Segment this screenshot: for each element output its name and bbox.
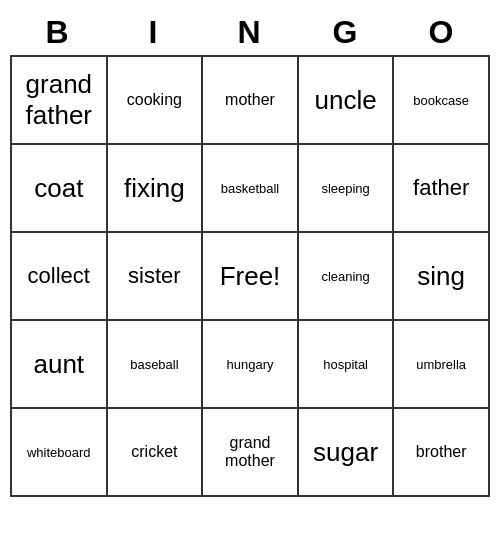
cell-r0-c1: cooking <box>108 57 204 145</box>
cell-r1-c2: basketball <box>203 145 299 233</box>
cell-r3-c1: baseball <box>108 321 204 409</box>
cell-r1-c4: father <box>394 145 490 233</box>
cell-r3-c0: aunt <box>12 321 108 409</box>
cell-r4-c2: grand mother <box>203 409 299 497</box>
cell-r4-c1: cricket <box>108 409 204 497</box>
header-letter-B: B <box>10 10 106 55</box>
cell-r4-c4: brother <box>394 409 490 497</box>
cell-r4-c0: whiteboard <box>12 409 108 497</box>
bingo-grid: grand fathercookingmotherunclebookcaseco… <box>10 55 490 497</box>
cell-r3-c2: hungary <box>203 321 299 409</box>
cell-r2-c1: sister <box>108 233 204 321</box>
cell-r1-c0: coat <box>12 145 108 233</box>
cell-r0-c4: bookcase <box>394 57 490 145</box>
cell-r1-c3: sleeping <box>299 145 395 233</box>
bingo-card: BINGO grand fathercookingmotherunclebook… <box>10 10 490 497</box>
header-letter-O: O <box>394 10 490 55</box>
cell-r0-c2: mother <box>203 57 299 145</box>
cell-r2-c3: cleaning <box>299 233 395 321</box>
cell-r0-c3: uncle <box>299 57 395 145</box>
cell-r4-c3: sugar <box>299 409 395 497</box>
cell-r3-c4: umbrella <box>394 321 490 409</box>
header-letter-I: I <box>106 10 202 55</box>
header-letter-G: G <box>298 10 394 55</box>
cell-r1-c1: fixing <box>108 145 204 233</box>
bingo-header: BINGO <box>10 10 490 55</box>
cell-r2-c4: sing <box>394 233 490 321</box>
cell-r2-c0: collect <box>12 233 108 321</box>
header-letter-N: N <box>202 10 298 55</box>
cell-r2-c2: Free! <box>203 233 299 321</box>
cell-r3-c3: hospital <box>299 321 395 409</box>
cell-r0-c0: grand father <box>12 57 108 145</box>
